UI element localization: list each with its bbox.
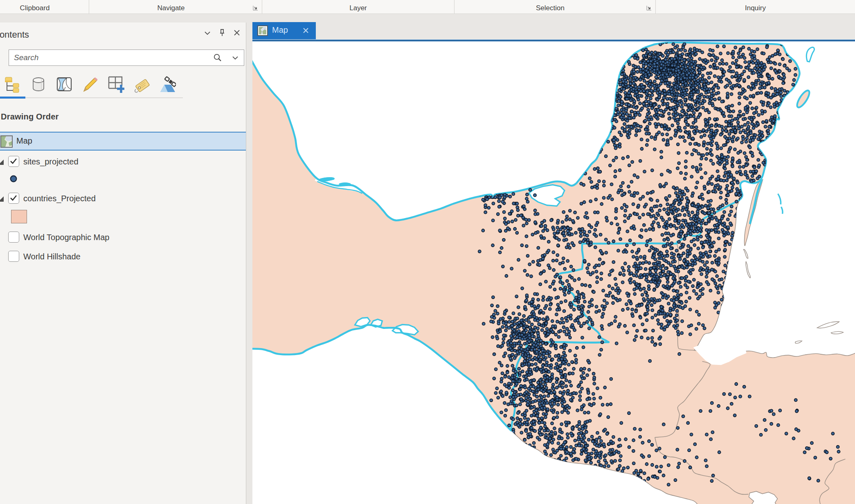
- contents-pane-header: Contents: [0, 28, 246, 40]
- pane-title: Contents: [0, 29, 29, 40]
- map-tab-icon: [257, 25, 268, 36]
- layer-checkbox-unchecked[interactable]: [8, 251, 19, 262]
- layer-label: countries_Projected: [23, 194, 96, 203]
- map-canvas[interactable]: [252, 42, 855, 504]
- list-by-drawing-order-icon[interactable]: [4, 75, 21, 94]
- ribbon-group-label: Selection: [536, 4, 565, 12]
- layer-label: World Topographic Map: [23, 233, 110, 242]
- layer-label: World Hillshade: [23, 252, 81, 261]
- ribbon-group-label: Navigate: [157, 4, 184, 12]
- close-icon[interactable]: [233, 29, 241, 37]
- tab-close-icon[interactable]: [302, 27, 310, 35]
- ribbon: Clipboard Navigate Layer Selection Inqui…: [0, 0, 855, 14]
- layer-checkbox-checked[interactable]: [8, 156, 19, 167]
- layer-checkbox-unchecked[interactable]: [8, 232, 19, 243]
- point-symbol-row[interactable]: [0, 174, 246, 187]
- ribbon-group-layer: Layer: [262, 3, 454, 14]
- ribbon-group-label: Clipboard: [20, 4, 50, 12]
- dialog-launcher-icon[interactable]: [252, 5, 259, 11]
- list-by-data-source-icon[interactable]: [30, 75, 47, 94]
- contents-pane: Contents Search: [0, 22, 246, 504]
- list-by-selection-icon[interactable]: [56, 75, 73, 94]
- polygon-symbol-swatch[interactable]: [11, 210, 27, 223]
- layer-row-sites-projected[interactable]: sites_projected: [0, 157, 246, 168]
- ribbon-group-navigate: Navigate: [89, 3, 253, 14]
- list-by-editing-icon[interactable]: [81, 75, 99, 94]
- dialog-launcher-icon[interactable]: [646, 5, 652, 11]
- list-by-snapping-icon[interactable]: [107, 75, 124, 94]
- chevron-down-icon[interactable]: [203, 29, 212, 37]
- map-tab-label: Map: [272, 25, 288, 35]
- ribbon-gap: [0, 14, 855, 22]
- list-by-perspective-icon[interactable]: [159, 75, 176, 94]
- layer-row-map[interactable]: Map: [0, 132, 246, 151]
- pin-icon[interactable]: [218, 28, 226, 37]
- toolbar-underline: [25, 97, 183, 98]
- active-tool-underline: [0, 97, 25, 99]
- ribbon-group-label: Layer: [349, 4, 367, 12]
- layer-label: sites_projected: [23, 157, 79, 166]
- ribbon-group-clipboard: Clipboard: [0, 3, 89, 14]
- layer-row-world-topographic-map[interactable]: World Topographic Map: [0, 232, 246, 244]
- ribbon-group-label: Inquiry: [745, 4, 766, 12]
- ribbon-group-inquiry: Inquiry: [656, 3, 855, 14]
- layer-row-world-hillshade[interactable]: World Hillshade: [0, 252, 246, 263]
- expander-icon[interactable]: [0, 196, 4, 202]
- map-thumbnail-icon: [0, 135, 13, 148]
- search-placeholder: Search: [14, 53, 38, 62]
- chevron-down-icon[interactable]: [232, 54, 239, 61]
- view-tab-strip: Map: [247, 22, 855, 41]
- search-input[interactable]: Search: [9, 50, 244, 66]
- contents-toolbar: [0, 75, 176, 95]
- layer-checkbox-checked[interactable]: [8, 193, 19, 204]
- ribbon-group-selection: Selection: [454, 3, 646, 14]
- search-icon[interactable]: [213, 53, 223, 63]
- polygon-symbol-row[interactable]: [0, 210, 246, 226]
- list-by-labeling-icon[interactable]: [133, 75, 150, 94]
- map-view-tab[interactable]: Map: [252, 22, 316, 40]
- map-view[interactable]: [252, 42, 855, 504]
- drawing-order-label: Drawing Order: [1, 112, 59, 122]
- expander-icon[interactable]: [0, 160, 4, 165]
- layer-row-countries-projected[interactable]: countries_Projected: [0, 194, 246, 205]
- layer-label: Map: [16, 136, 32, 146]
